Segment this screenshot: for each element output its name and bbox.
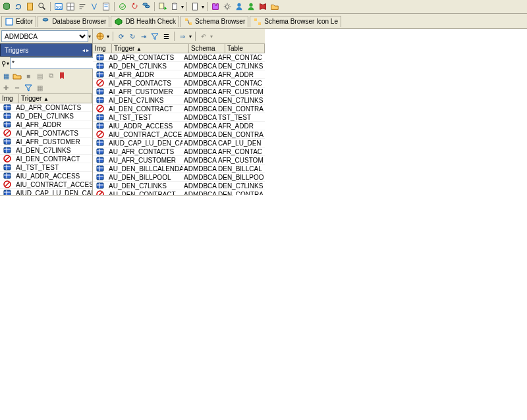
table-row[interactable]: AD_AFR_CONTACTS <box>0 103 92 112</box>
last-icon[interactable]: ⇥ <box>139 32 148 41</box>
view-icon[interactable]: ▦ <box>35 83 44 92</box>
table-row[interactable]: AI_DEN_CONTRACT <box>0 155 92 163</box>
separator <box>186 2 187 11</box>
table-row[interactable]: AI_TST_TESTADMDBCATST_TEST <box>93 113 265 122</box>
commit-icon[interactable] <box>117 1 128 12</box>
notebook-icon[interactable] <box>25 1 36 12</box>
clipboard-icon[interactable] <box>169 1 180 12</box>
table-row[interactable]: AIUD_CAP_LU_DEN_CAP <box>0 189 92 195</box>
chevron-down-icon[interactable]: ▾ <box>7 61 9 66</box>
chevron-left-icon[interactable]: ◂ <box>82 47 85 53</box>
rollback-icon[interactable] <box>129 1 140 12</box>
svg-rect-18 <box>193 3 198 11</box>
chevron-right-icon[interactable]: ▸ <box>86 47 89 53</box>
tab-db-health[interactable]: DB Health Check <box>111 16 179 27</box>
table-row[interactable]: AU_AFR_CONTACTSADMDBCAAFR_CONTAC <box>93 147 265 156</box>
chevron-down-icon[interactable]: ▾ <box>210 34 213 39</box>
chevron-down-icon[interactable]: ▾ <box>107 34 109 39</box>
doc-icon[interactable] <box>190 1 200 12</box>
script-icon[interactable]: ▤ <box>35 71 44 80</box>
table-row[interactable]: AIUD_CAP_LU_DEN_CAPADMDBCACAP_LU_DEN <box>93 139 265 147</box>
filter-input[interactable] <box>10 57 97 69</box>
schema-select[interactable]: ADMDBCA <box>1 30 88 42</box>
sql-icon[interactable]: SQL <box>53 1 64 12</box>
table-row[interactable]: AU_DEN_BILLPOOLADMDBCADEN_BILLPOO <box>93 173 265 182</box>
open-icon[interactable] <box>13 71 22 80</box>
refresh-all-icon[interactable]: ↻ <box>128 32 137 41</box>
col-schema[interactable]: Schema <box>189 44 225 53</box>
chevron-down-icon[interactable]: ▾ <box>189 34 192 39</box>
table-row[interactable]: AI_AFR_CONTACTS <box>0 129 92 138</box>
book-icon[interactable] <box>258 1 268 12</box>
table-row[interactable]: AU_AFR_CUSTOMERADMDBCAAFR_CUSTOM <box>93 156 265 165</box>
table-row[interactable]: AD_AFR_CONTACTSADMDBCAAFR_CONTAC <box>93 53 265 62</box>
trigger-name: AU_AFR_CUSTOMER <box>107 157 182 164</box>
script-icon[interactable] <box>101 1 111 12</box>
object-type-tab[interactable]: Triggers ◂ ▸ <box>0 43 92 57</box>
table-row[interactable]: AI_AFR_CUSTOMERADMDBCAAFR_CUSTOM <box>93 88 265 96</box>
indent-icon[interactable]: ⇒ <box>178 32 187 41</box>
table-row[interactable]: AI_TST_TEST <box>0 163 92 172</box>
col-img[interactable]: Img <box>93 44 112 53</box>
gear-icon[interactable] <box>222 1 233 12</box>
col-table[interactable]: Table <box>225 44 265 53</box>
table-row[interactable]: AI_DEN_C7LINKS <box>0 146 92 155</box>
db-icon[interactable] <box>1 1 12 12</box>
trigger-name: AD_AFR_CONTACTS <box>14 104 92 111</box>
search-icon[interactable] <box>37 1 47 12</box>
format-icon[interactable] <box>89 1 99 12</box>
list-icon[interactable]: ☰ <box>161 32 171 41</box>
new-icon[interactable]: ▦ <box>1 71 11 80</box>
run-script-icon[interactable] <box>157 1 168 12</box>
table-row[interactable]: AIU_ADDR_ACCESS <box>0 172 92 180</box>
folder-icon[interactable] <box>269 1 280 12</box>
undo-icon[interactable]: ↶ <box>199 32 208 41</box>
table-row[interactable]: AU_DEN_C7LINKSADMDBCADEN_C7LINKS <box>93 182 265 190</box>
table-row[interactable]: AD_DEN_C7LINKSADMDBCADEN_C7LINKS <box>93 62 265 70</box>
table-name: DEN_C7LINKS <box>217 97 265 104</box>
sort-icon[interactable] <box>77 1 88 12</box>
tab-editor[interactable]: Editor <box>1 16 36 27</box>
minus-icon[interactable]: ━ <box>13 83 22 92</box>
table-row[interactable]: AU_DEN_CONTRACTADMDBCADEN_CONTRA <box>93 190 265 195</box>
col-img[interactable]: Img <box>0 94 19 103</box>
table-row[interactable]: AIU_ADDR_ACCESSADMDBCAAFR_ADDR <box>93 122 265 130</box>
table-row[interactable]: AD_DEN_C7LINKS <box>0 112 92 120</box>
refresh-icon[interactable]: ⟳ <box>117 32 126 41</box>
tab-schema-browser[interactable]: Schema Browser <box>180 16 248 27</box>
refresh-all-icon[interactable] <box>13 1 24 12</box>
col-trigger[interactable]: Trigger ▲ <box>112 44 189 53</box>
chevron-down-icon[interactable]: ▾ <box>181 4 184 10</box>
table-row[interactable]: AI_AFR_CUSTOMER <box>0 138 92 146</box>
grid-icon[interactable] <box>65 1 76 12</box>
stop-icon[interactable]: ■ <box>24 71 33 80</box>
funnel-icon[interactable] <box>24 83 33 92</box>
puzzle-icon[interactable] <box>210 1 221 12</box>
chevron-down-icon[interactable]: ▾ <box>202 4 204 10</box>
schema-name: ADMDBCA <box>182 148 217 155</box>
table-row[interactable]: AI_DEN_C7LINKSADMDBCADEN_C7LINKS <box>93 96 265 105</box>
separator <box>114 2 115 11</box>
col-trigger[interactable]: Trigger ▲ <box>19 94 92 103</box>
plus-icon[interactable]: ✚ <box>1 83 11 92</box>
pin-icon[interactable]: ⚲ <box>1 60 6 67</box>
user-blue-icon[interactable] <box>234 1 244 12</box>
copy-icon[interactable]: ⧉ <box>46 71 55 80</box>
tab-database-browser[interactable]: Database Browser <box>38 16 109 27</box>
globe-icon[interactable] <box>96 32 105 41</box>
bookmark-icon[interactable] <box>57 71 67 80</box>
right-trigger-grid[interactable]: Img Trigger ▲ Schema Table AD_AFR_CONTAC… <box>93 43 265 195</box>
table-row[interactable]: AI_AFR_ADDRADMDBCAAFR_ADDR <box>93 70 265 79</box>
funnel-icon[interactable] <box>150 32 159 41</box>
table-row[interactable]: AIU_CONTRACT_ACCESS <box>0 180 92 189</box>
db-copy-icon[interactable] <box>141 1 152 12</box>
table-row[interactable]: AI_AFR_CONTACTSADMDBCAAFR_CONTAC <box>93 79 265 88</box>
table-row[interactable]: AI_DEN_CONTRACTADMDBCADEN_CONTRA <box>93 105 265 113</box>
tab-schema-browser-icon[interactable]: Schema Browser Icon Le <box>250 16 341 27</box>
left-trigger-list[interactable]: Img Trigger ▲ AD_AFR_CONTACTSAD_DEN_C7LI… <box>0 93 92 195</box>
table-row[interactable]: AU_DEN_BILLCALENDARADMDBCADEN_BILLCAL <box>93 165 265 173</box>
user-green-icon[interactable] <box>246 1 256 12</box>
table-row[interactable]: AIU_CONTRACT_ACCESSADMDBCADEN_CONTRA <box>93 130 265 139</box>
table-row[interactable]: AI_AFR_ADDR <box>0 120 92 129</box>
chevron-down-icon[interactable]: ▾ <box>88 34 91 39</box>
